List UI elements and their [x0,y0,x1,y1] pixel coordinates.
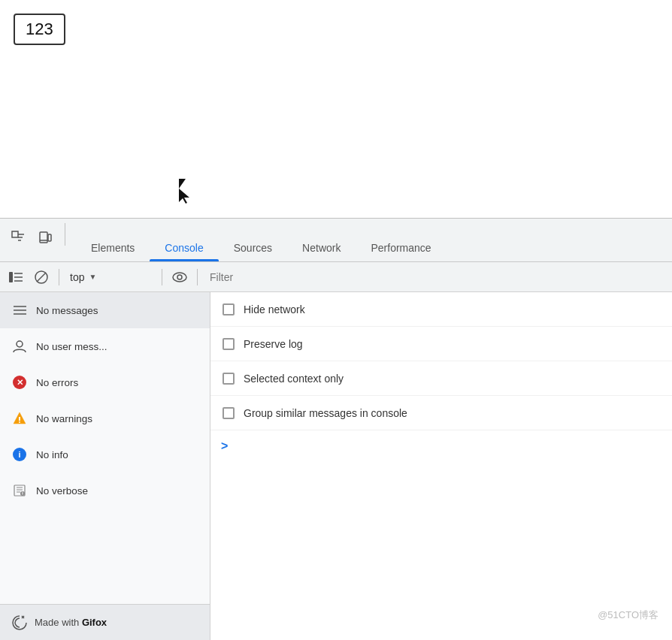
selected-context-checkbox[interactable] [222,373,235,385]
filter-label-user: No user mess... [36,341,107,352]
option-label-selected-context: Selected context only [244,373,344,385]
tab-elements[interactable]: Elements [76,219,150,261]
filter-label-warnings: No warnings [36,413,92,424]
svg-line-12 [37,273,46,282]
filter-item-info[interactable]: i No info [0,436,210,472]
svg-point-27 [23,492,23,493]
console-toolbar: top ▼ [0,262,672,292]
svg-point-18 [17,341,23,347]
tab-performance[interactable]: Performance [356,219,446,261]
filter-item-messages[interactable]: No messages [0,292,210,328]
context-label: top [70,271,84,283]
filter-input[interactable] [204,267,667,288]
toolbar-divider-2 [162,269,162,285]
tabs-bar: Elements Console Sources Network Perform… [0,219,672,262]
inspect-element-icon[interactable] [8,227,29,248]
warning-icon [12,411,27,426]
filter-label-messages: No messages [36,305,98,316]
option-label-hide-network: Hide network [244,303,305,315]
filter-item-verbose[interactable]: No verbose [0,472,210,509]
svg-point-20 [19,421,20,423]
option-preserve-log[interactable]: Preserve log [210,327,672,361]
option-hide-network[interactable]: Hide network [210,292,672,327]
svg-point-14 [177,275,182,279]
user-icon [12,339,27,354]
devtools-panel: Elements Console Sources Network Perform… [0,218,672,640]
browser-page: 123 [0,0,672,218]
context-dropdown-arrow: ▼ [89,273,96,281]
options-panel: Hide network Preserve log Selected conte… [210,292,672,640]
device-toolbar-icon[interactable] [35,227,56,248]
tab-console[interactable]: Console [150,219,218,261]
hide-network-checkbox[interactable] [222,303,235,315]
messages-icon [12,303,27,318]
option-group-similar[interactable]: Group similar messages in console [210,396,672,430]
toolbar-divider [59,269,59,285]
gifox-brand: Gifox [82,617,107,628]
clear-console-button[interactable] [30,266,53,288]
filter-label-errors: No errors [36,377,78,388]
option-selected-context[interactable]: Selected context only [210,361,672,396]
group-similar-checkbox[interactable] [222,407,235,419]
console-prompt: > [221,439,228,453]
svg-rect-0 [12,231,18,237]
toolbar-divider-3 [197,269,198,285]
counter-display: 123 [14,14,65,45]
option-label-preserve-log: Preserve log [244,338,303,350]
gifox-icon [11,614,29,632]
main-content: No messages No user mess... ✕ No errors [0,292,672,640]
tab-network[interactable]: Network [287,219,356,261]
filter-item-user[interactable]: No user mess... [0,328,210,364]
gifox-bar: Made with Gifox [0,604,210,640]
eye-button[interactable] [168,266,191,288]
devtools-icons [0,219,76,261]
svg-point-13 [173,273,186,282]
watermark: @51CTO博客 [598,608,658,622]
tab-sources[interactable]: Sources [219,219,287,261]
gifox-label: Made with Gifox [35,617,107,628]
filter-label-verbose: No verbose [36,485,88,497]
verbose-icon [12,483,27,498]
svg-rect-4 [40,232,47,243]
sidebar-toggle-button[interactable] [5,266,27,288]
info-icon: i [12,447,27,462]
svg-rect-7 [9,272,13,282]
svg-rect-5 [48,234,51,241]
error-icon: ✕ [12,375,27,390]
filter-sidebar: No messages No user mess... ✕ No errors [0,292,210,640]
option-label-group-similar: Group similar messages in console [244,407,407,419]
filter-item-warnings[interactable]: No warnings [0,400,210,436]
context-selector[interactable]: top ▼ [65,268,156,286]
filter-item-errors[interactable]: ✕ No errors [0,364,210,400]
preserve-log-checkbox[interactable] [222,338,235,350]
filter-label-info: No info [36,449,68,460]
tabs-divider [65,223,65,246]
